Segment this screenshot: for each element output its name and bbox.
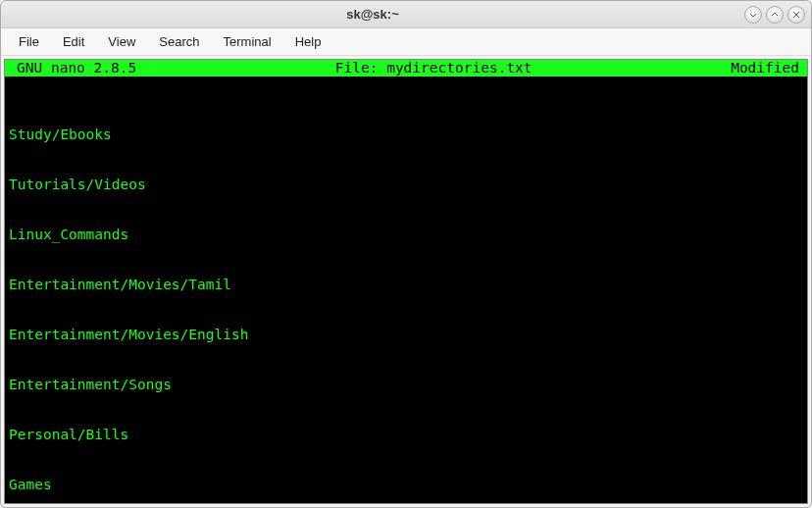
nano-filename: File: mydirectories.txt: [136, 60, 731, 76]
maximize-button[interactable]: [766, 6, 784, 24]
nano-version: GNU nano 2.8.5: [11, 60, 136, 76]
minimize-button[interactable]: [744, 6, 762, 24]
menu-file[interactable]: File: [9, 31, 49, 52]
menu-terminal[interactable]: Terminal: [214, 31, 281, 52]
editor-line: Entertainment/Movies/Tamil: [9, 277, 803, 293]
titlebar: sk@sk:~: [1, 1, 811, 28]
maximize-icon: [771, 11, 779, 19]
close-button[interactable]: [787, 6, 805, 24]
terminal-window: sk@sk:~ File Edit View Search Terminal H…: [0, 0, 812, 508]
editor-line: Linux_Commands: [9, 227, 803, 243]
menu-edit[interactable]: Edit: [53, 31, 94, 52]
editor-line: Personal/Bills: [9, 427, 803, 443]
editor-line: Entertainment/Movies/English: [9, 327, 803, 343]
nano-editor-body[interactable]: Study/Ebooks Tutorials/Videos Linux_Comm…: [5, 93, 807, 504]
close-icon: [792, 11, 800, 19]
editor-line: Entertainment/Songs: [9, 377, 803, 393]
nano-header: GNU nano 2.8.5 File: mydirectories.txt M…: [5, 60, 807, 76]
terminal-area[interactable]: GNU nano 2.8.5 File: mydirectories.txt M…: [4, 59, 808, 504]
menu-help[interactable]: Help: [285, 31, 331, 52]
minimize-icon: [749, 11, 757, 19]
editor-line: Games: [9, 477, 803, 493]
nano-modified-status: Modified: [731, 60, 801, 76]
window-controls: [744, 6, 811, 24]
editor-line: Tutorials/Videos: [9, 177, 803, 193]
menubar: File Edit View Search Terminal Help: [1, 28, 811, 56]
menu-view[interactable]: View: [98, 31, 145, 52]
editor-line: Study/Ebooks: [9, 127, 803, 143]
menu-search[interactable]: Search: [149, 31, 209, 52]
window-title: sk@sk:~: [1, 7, 744, 22]
